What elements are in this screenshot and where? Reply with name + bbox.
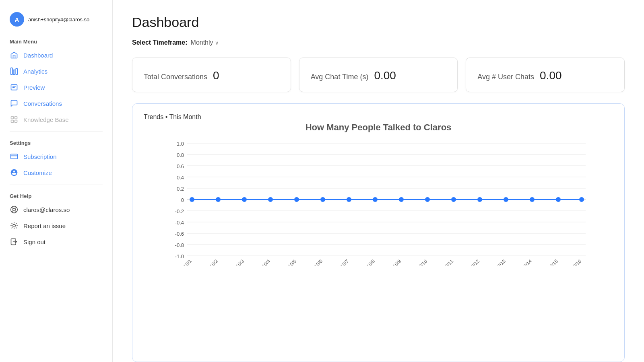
svg-point-45	[242, 197, 247, 202]
help-sign-out[interactable]: Sign out	[0, 234, 112, 250]
settings-label: Settings	[0, 136, 112, 148]
svg-point-56	[530, 197, 535, 202]
trends-label: Trends	[144, 113, 163, 120]
svg-point-53	[451, 197, 456, 202]
chart-heading: How Many People Talked to Claros	[144, 122, 613, 133]
svg-text:10/15: 10/15	[547, 258, 559, 265]
sidebar-divider-1	[10, 132, 103, 132]
chart-svg: 1.0 0.8 0.6 0.4 0.2 0 -0.2 -0.4 -0.6 -0.…	[144, 137, 613, 265]
sidebar-item-dashboard[interactable]: Dashboard	[0, 47, 112, 63]
sidebar-item-analytics-label: Analytics	[23, 68, 47, 75]
chart-svg-wrapper: 1.0 0.8 0.6 0.4 0.2 0 -0.2 -0.4 -0.6 -0.…	[144, 137, 613, 265]
svg-text:0: 0	[181, 197, 184, 203]
svg-text:10/3: 10/3	[235, 258, 246, 265]
stat-card-total-conversations: Total Conversations 0	[132, 58, 291, 92]
svg-text:0.6: 0.6	[177, 163, 184, 169]
y-axis: 1.0 0.8 0.6 0.4 0.2 0 -0.2 -0.4 -0.6 -0.…	[175, 141, 184, 259]
svg-text:-0.6: -0.6	[175, 231, 184, 237]
avatar: A	[10, 12, 24, 27]
svg-rect-2	[16, 68, 17, 74]
svg-line-14	[12, 207, 13, 208]
svg-text:0.8: 0.8	[177, 152, 184, 158]
sidebar-item-preview[interactable]: Preview	[0, 79, 112, 95]
svg-rect-7	[15, 117, 17, 119]
svg-text:10/13: 10/13	[494, 258, 507, 265]
help-email[interactable]: claros@claros.so	[0, 202, 112, 218]
x-axis: 10/1 10/2 10/3 10/4 10/5 10/6 10/7 10/8 …	[182, 258, 583, 265]
svg-point-57	[556, 197, 561, 202]
signout-icon	[10, 237, 19, 246]
sidebar-user: A anish+shopify4@claros.so	[0, 8, 112, 35]
timeframe-row: Select Timeframe: Monthly ∨	[132, 39, 625, 46]
page-title: Dashboard	[132, 14, 625, 30]
svg-text:10/8: 10/8	[365, 258, 376, 265]
sidebar-item-knowledge-base-label: Knowledge Base	[23, 116, 69, 123]
svg-text:10/16: 10/16	[570, 258, 582, 265]
svg-text:10/4: 10/4	[261, 258, 272, 265]
svg-point-46	[268, 197, 273, 202]
bullet-icon: •	[165, 113, 169, 120]
main-menu-label: Main Menu	[0, 35, 112, 47]
sidebar-item-conversations-label: Conversations	[23, 100, 62, 107]
chart-period: This Month	[169, 113, 201, 120]
sidebar-item-customize[interactable]: Customize	[0, 165, 112, 181]
svg-text:-1.0: -1.0	[175, 253, 184, 259]
svg-rect-8	[11, 120, 14, 123]
svg-text:-0.4: -0.4	[175, 220, 184, 226]
sidebar-item-conversations[interactable]: Conversations	[0, 95, 112, 111]
svg-point-51	[399, 197, 404, 202]
help-email-label: claros@claros.so	[23, 206, 70, 213]
svg-rect-6	[11, 117, 14, 119]
svg-point-58	[579, 197, 584, 202]
sidebar-item-subscription-label: Subscription	[23, 153, 57, 160]
stat-label-avg-chat-time: Avg Chat Time (s)	[311, 73, 369, 81]
svg-text:10/14: 10/14	[520, 258, 533, 265]
svg-rect-0	[11, 68, 12, 75]
svg-point-52	[425, 197, 430, 202]
svg-line-17	[15, 211, 17, 212]
svg-line-15	[15, 207, 17, 208]
sidebar-divider-2	[10, 185, 103, 185]
svg-text:1.0: 1.0	[177, 141, 184, 147]
svg-point-18	[13, 224, 16, 227]
svg-text:-0.8: -0.8	[175, 242, 184, 248]
get-help-label: Get Help	[0, 189, 112, 202]
subscription-icon	[10, 152, 19, 161]
sidebar-item-subscription[interactable]: Subscription	[0, 148, 112, 165]
svg-text:10/11: 10/11	[442, 258, 454, 265]
analytics-icon	[10, 67, 19, 76]
timeframe-label: Select Timeframe:	[132, 39, 188, 46]
help-report-label: Report an issue	[23, 222, 66, 229]
report-icon	[10, 221, 19, 230]
svg-text:0.4: 0.4	[177, 175, 184, 181]
stat-card-avg-chat-time: Avg Chat Time (s) 0.00	[299, 58, 458, 92]
sidebar-item-knowledge-base[interactable]: Knowledge Base	[0, 111, 112, 128]
svg-point-50	[373, 197, 378, 202]
knowledge-icon	[10, 115, 19, 124]
help-report-issue[interactable]: Report an issue	[0, 218, 112, 234]
stat-label-total-conversations: Total Conversations	[144, 73, 207, 81]
sidebar-item-preview-label: Preview	[23, 84, 45, 91]
svg-point-55	[504, 197, 508, 202]
sidebar-item-analytics[interactable]: Analytics	[0, 63, 112, 79]
home-icon	[10, 51, 19, 60]
svg-point-49	[347, 197, 351, 202]
svg-point-47	[294, 197, 299, 202]
timeframe-select[interactable]: Monthly ∨	[191, 39, 219, 46]
svg-rect-9	[15, 120, 17, 123]
conversations-icon	[10, 99, 19, 108]
sidebar-item-customize-label: Customize	[23, 169, 52, 176]
main-content: Dashboard Select Timeframe: Monthly ∨ To…	[113, 0, 644, 362]
customize-icon	[10, 168, 19, 177]
svg-text:10/12: 10/12	[468, 258, 481, 265]
chart-trends-title: Trends • This Month	[144, 113, 613, 121]
svg-point-43	[190, 197, 194, 202]
sidebar: A anish+shopify4@claros.so Main Menu Das…	[0, 0, 113, 362]
svg-point-44	[216, 197, 221, 202]
svg-text:10/7: 10/7	[339, 258, 350, 265]
svg-text:10/10: 10/10	[416, 258, 428, 265]
svg-point-48	[320, 197, 325, 202]
stat-value-total-conversations: 0	[213, 69, 219, 82]
svg-line-16	[12, 211, 13, 212]
chart-container: Trends • This Month How Many People Talk…	[132, 103, 625, 362]
